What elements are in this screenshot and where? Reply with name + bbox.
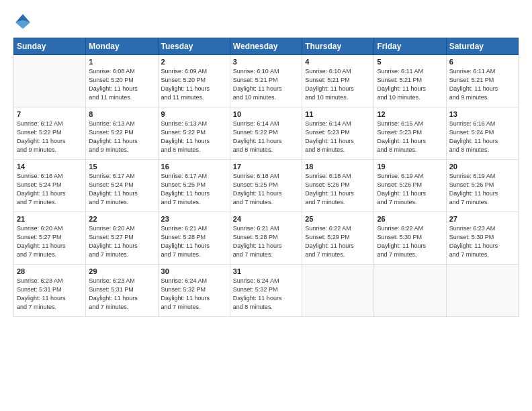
day-info: Sunrise: 6:14 AM Sunset: 5:22 PM Dayligh… (233, 120, 299, 154)
day-cell: 23Sunrise: 6:21 AM Sunset: 5:28 PM Dayli… (158, 212, 230, 265)
weekday-header-monday: Monday (86, 38, 158, 55)
day-number: 13 (449, 110, 515, 118)
weekday-header-wednesday: Wednesday (230, 38, 302, 55)
day-info: Sunrise: 6:21 AM Sunset: 5:28 PM Dayligh… (161, 224, 227, 259)
day-cell: 26Sunrise: 6:22 AM Sunset: 5:30 PM Dayli… (374, 212, 446, 265)
header (13, 12, 519, 31)
day-number: 25 (305, 215, 371, 223)
day-cell: 3Sunrise: 6:10 AM Sunset: 5:21 PM Daylig… (230, 55, 302, 107)
day-cell: 1Sunrise: 6:08 AM Sunset: 5:20 PM Daylig… (86, 55, 158, 107)
day-cell: 14Sunrise: 6:16 AM Sunset: 5:24 PM Dayli… (14, 160, 86, 212)
logo (13, 12, 35, 31)
day-number: 8 (89, 110, 154, 118)
page: SundayMondayTuesdayWednesdayThursdayFrid… (0, 0, 532, 411)
day-cell: 21Sunrise: 6:20 AM Sunset: 5:27 PM Dayli… (14, 212, 86, 265)
day-info: Sunrise: 6:10 AM Sunset: 5:21 PM Dayligh… (305, 67, 371, 102)
day-cell: 4Sunrise: 6:10 AM Sunset: 5:21 PM Daylig… (302, 55, 374, 107)
day-number: 30 (161, 267, 227, 275)
day-info: Sunrise: 6:20 AM Sunset: 5:27 PM Dayligh… (17, 224, 83, 259)
day-info: Sunrise: 6:20 AM Sunset: 5:27 PM Dayligh… (89, 224, 154, 259)
day-number: 29 (89, 267, 154, 275)
day-cell: 13Sunrise: 6:16 AM Sunset: 5:24 PM Dayli… (446, 107, 518, 160)
day-cell: 6Sunrise: 6:11 AM Sunset: 5:21 PM Daylig… (446, 55, 518, 107)
week-row-2: 7Sunrise: 6:12 AM Sunset: 5:22 PM Daylig… (14, 107, 519, 160)
day-number: 19 (377, 163, 443, 171)
day-info: Sunrise: 6:17 AM Sunset: 5:25 PM Dayligh… (161, 172, 227, 207)
day-number: 22 (89, 215, 154, 223)
day-number: 23 (161, 215, 227, 223)
day-number: 5 (377, 58, 443, 66)
day-number: 26 (377, 215, 443, 223)
day-number: 21 (17, 215, 83, 223)
day-info: Sunrise: 6:13 AM Sunset: 5:22 PM Dayligh… (89, 120, 154, 154)
day-cell: 27Sunrise: 6:23 AM Sunset: 5:30 PM Dayli… (446, 212, 518, 265)
day-cell: 28Sunrise: 6:23 AM Sunset: 5:31 PM Dayli… (14, 265, 86, 317)
day-cell: 5Sunrise: 6:11 AM Sunset: 5:21 PM Daylig… (374, 55, 446, 107)
day-cell: 30Sunrise: 6:24 AM Sunset: 5:32 PM Dayli… (158, 265, 230, 317)
day-number: 31 (233, 267, 299, 275)
day-cell: 2Sunrise: 6:09 AM Sunset: 5:20 PM Daylig… (158, 55, 230, 107)
day-number: 18 (305, 163, 371, 171)
day-number: 20 (449, 163, 515, 171)
day-info: Sunrise: 6:10 AM Sunset: 5:21 PM Dayligh… (233, 67, 299, 102)
day-info: Sunrise: 6:22 AM Sunset: 5:30 PM Dayligh… (377, 224, 443, 259)
day-cell: 25Sunrise: 6:22 AM Sunset: 5:29 PM Dayli… (302, 212, 374, 265)
week-row-4: 21Sunrise: 6:20 AM Sunset: 5:27 PM Dayli… (14, 212, 519, 265)
weekday-header-saturday: Saturday (446, 38, 518, 55)
calendar-table: SundayMondayTuesdayWednesdayThursdayFrid… (13, 38, 519, 317)
day-number: 3 (233, 58, 299, 66)
day-info: Sunrise: 6:16 AM Sunset: 5:24 PM Dayligh… (17, 172, 83, 207)
day-number: 2 (161, 58, 227, 66)
day-info: Sunrise: 6:22 AM Sunset: 5:29 PM Dayligh… (305, 224, 371, 259)
day-cell: 24Sunrise: 6:21 AM Sunset: 5:28 PM Dayli… (230, 212, 302, 265)
logo-icon (13, 12, 32, 31)
day-cell (374, 265, 446, 317)
day-number: 14 (17, 163, 83, 171)
day-info: Sunrise: 6:11 AM Sunset: 5:21 PM Dayligh… (377, 67, 443, 102)
day-number: 11 (305, 110, 371, 118)
day-info: Sunrise: 6:24 AM Sunset: 5:32 PM Dayligh… (161, 277, 227, 312)
week-row-3: 14Sunrise: 6:16 AM Sunset: 5:24 PM Dayli… (14, 160, 519, 212)
day-cell (302, 265, 374, 317)
day-cell: 19Sunrise: 6:19 AM Sunset: 5:26 PM Dayli… (374, 160, 446, 212)
day-number: 7 (17, 110, 83, 118)
day-number: 15 (89, 163, 154, 171)
day-cell: 29Sunrise: 6:23 AM Sunset: 5:31 PM Dayli… (86, 265, 158, 317)
day-cell: 20Sunrise: 6:19 AM Sunset: 5:26 PM Dayli… (446, 160, 518, 212)
day-cell: 7Sunrise: 6:12 AM Sunset: 5:22 PM Daylig… (14, 107, 86, 160)
weekday-header-friday: Friday (374, 38, 446, 55)
day-info: Sunrise: 6:23 AM Sunset: 5:31 PM Dayligh… (17, 277, 83, 312)
day-cell (446, 265, 518, 317)
day-cell: 11Sunrise: 6:14 AM Sunset: 5:23 PM Dayli… (302, 107, 374, 160)
day-info: Sunrise: 6:19 AM Sunset: 5:26 PM Dayligh… (377, 172, 443, 207)
day-info: Sunrise: 6:14 AM Sunset: 5:23 PM Dayligh… (305, 120, 371, 154)
day-info: Sunrise: 6:11 AM Sunset: 5:21 PM Dayligh… (449, 67, 515, 102)
day-info: Sunrise: 6:18 AM Sunset: 5:25 PM Dayligh… (233, 172, 299, 207)
day-number: 10 (233, 110, 299, 118)
day-number: 6 (449, 58, 515, 66)
weekday-header-thursday: Thursday (302, 38, 374, 55)
day-info: Sunrise: 6:08 AM Sunset: 5:20 PM Dayligh… (89, 67, 154, 102)
day-info: Sunrise: 6:24 AM Sunset: 5:32 PM Dayligh… (233, 277, 299, 312)
week-row-5: 28Sunrise: 6:23 AM Sunset: 5:31 PM Dayli… (14, 265, 519, 317)
day-cell: 9Sunrise: 6:13 AM Sunset: 5:22 PM Daylig… (158, 107, 230, 160)
day-number: 27 (449, 215, 515, 223)
day-cell: 8Sunrise: 6:13 AM Sunset: 5:22 PM Daylig… (86, 107, 158, 160)
day-number: 9 (161, 110, 227, 118)
day-info: Sunrise: 6:21 AM Sunset: 5:28 PM Dayligh… (233, 224, 299, 259)
day-cell: 22Sunrise: 6:20 AM Sunset: 5:27 PM Dayli… (86, 212, 158, 265)
day-cell (14, 55, 86, 107)
day-info: Sunrise: 6:13 AM Sunset: 5:22 PM Dayligh… (161, 120, 227, 154)
day-info: Sunrise: 6:09 AM Sunset: 5:20 PM Dayligh… (161, 67, 227, 102)
day-number: 1 (89, 58, 154, 66)
day-cell: 31Sunrise: 6:24 AM Sunset: 5:32 PM Dayli… (230, 265, 302, 317)
day-info: Sunrise: 6:18 AM Sunset: 5:26 PM Dayligh… (305, 172, 371, 207)
day-cell: 12Sunrise: 6:15 AM Sunset: 5:23 PM Dayli… (374, 107, 446, 160)
day-cell: 17Sunrise: 6:18 AM Sunset: 5:25 PM Dayli… (230, 160, 302, 212)
day-number: 24 (233, 215, 299, 223)
day-cell: 18Sunrise: 6:18 AM Sunset: 5:26 PM Dayli… (302, 160, 374, 212)
day-cell: 15Sunrise: 6:17 AM Sunset: 5:24 PM Dayli… (86, 160, 158, 212)
day-info: Sunrise: 6:17 AM Sunset: 5:24 PM Dayligh… (89, 172, 154, 207)
weekday-header-row: SundayMondayTuesdayWednesdayThursdayFrid… (14, 38, 519, 55)
day-info: Sunrise: 6:15 AM Sunset: 5:23 PM Dayligh… (377, 120, 443, 154)
